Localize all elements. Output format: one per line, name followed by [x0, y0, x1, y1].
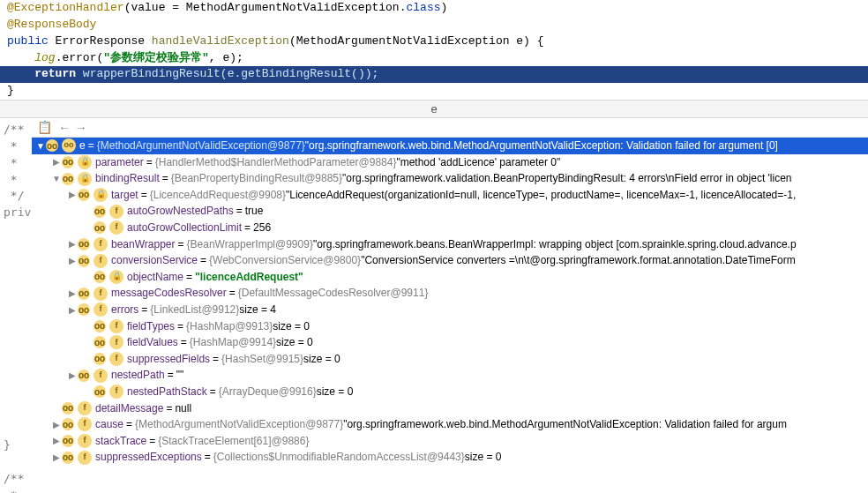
var-ref: {MethodArgumentNotValidException@9877} — [135, 416, 343, 433]
var-value: "method 'addLicence' parameter 0" — [396, 154, 560, 171]
var-name: target — [111, 187, 138, 204]
expand-arrow-icon[interactable]: ▶ — [67, 303, 78, 317]
var-value: size = 0 — [273, 318, 310, 335]
var-name: detailMessage — [95, 400, 163, 417]
code-line: public ErrorResponse handleValidExceptio… — [7, 34, 861, 50]
field-icon: f — [78, 451, 92, 465]
expand-arrow-icon[interactable]: ▶ — [67, 188, 78, 202]
tree-row[interactable]: oo🔒objectName = "licenceAddRequest" — [32, 269, 868, 286]
var-name: bindingResult — [95, 170, 160, 187]
oo-icon: oo — [78, 255, 90, 267]
tree-row[interactable]: ▶oofnestedPath = "" — [32, 367, 868, 384]
tree-row[interactable]: ooffieldValues = {HashMap@9914} size = 0 — [32, 334, 868, 351]
tree-row[interactable]: oofsuppressedFields = {HashSet@9915} siz… — [32, 351, 868, 368]
tree-row[interactable]: ▶oofsuppressedExceptions = {Collections$… — [32, 449, 868, 466]
tree-row[interactable]: ▼ooooe = {MethodArgumentNotValidExceptio… — [32, 138, 868, 154]
var-ref: {Collections$UnmodifiableRandomAccessLis… — [213, 449, 465, 466]
expand-arrow-icon[interactable]: ▶ — [67, 254, 78, 268]
oo-icon: oo — [78, 238, 90, 250]
forward-icon[interactable]: → — [77, 121, 84, 135]
clipboard-icon[interactable]: 📋 — [37, 120, 52, 135]
tree-row[interactable]: oofautoGrowCollectionLimit = 256 — [32, 220, 868, 236]
oo-icon: oo — [94, 320, 106, 332]
var-value: size = 0 — [465, 449, 502, 466]
tree-row[interactable]: ooffieldTypes = {HashMap@9913} size = 0 — [32, 318, 868, 335]
var-ref: {StackTraceElement[61]@9886} — [158, 433, 309, 450]
tree-row[interactable]: ▶oofmessageCodesResolver = {DefaultMessa… — [32, 285, 868, 302]
tree-row[interactable]: oofnestedPathStack = {ArrayDeque@9916} s… — [32, 384, 868, 400]
tree-row[interactable]: ▶oofconversionService = {WebConversionSe… — [32, 252, 868, 269]
field-icon: f — [109, 205, 123, 219]
var-value: "org.springframework.beans.BeanWrapperIm… — [313, 236, 797, 253]
var-ref: {LinkedList@9912} — [150, 302, 239, 318]
var-value: "licenceAddRequest" — [195, 269, 303, 286]
expand-arrow-icon[interactable]: ▶ — [51, 434, 62, 448]
field-icon: f — [94, 237, 108, 251]
oo-icon: oo — [94, 385, 106, 398]
code-line: } — [7, 83, 861, 100]
var-name: objectName — [127, 269, 183, 286]
oo-icon: oo — [78, 288, 90, 300]
tree-row[interactable]: ▶oofcause = {MethodArgumentNotValidExcep… — [32, 416, 868, 433]
tree-row[interactable]: ▶oofbeanWrapper = {BeanWrapperImpl@9909}… — [32, 236, 868, 253]
var-ref: {LicenceAddRequest@9908} — [150, 187, 286, 204]
oo-icon: oo — [78, 303, 90, 316]
variables-tree[interactable]: ▼ooooe = {MethodArgumentNotValidExceptio… — [32, 138, 868, 488]
oo-icon: oo — [78, 189, 90, 201]
expand-arrow-icon[interactable]: ▶ — [51, 451, 62, 465]
field-lock-icon: 🔒 — [78, 172, 92, 186]
tree-row[interactable]: ▶ooferrors = {LinkedList@9912} size = 4 — [32, 302, 868, 318]
expand-arrow-icon[interactable]: ▶ — [67, 287, 78, 301]
var-name: suppressedFields — [127, 351, 210, 368]
var-value: 256 — [253, 220, 271, 236]
var-value: size = 4 — [239, 302, 276, 318]
field-icon: f — [94, 254, 108, 268]
var-value: "ConversionService converters =\n\t@org.… — [361, 252, 796, 269]
oo-icon: oo — [46, 139, 58, 152]
expand-arrow-icon[interactable]: ▶ — [51, 155, 62, 169]
var-name: cause — [95, 416, 123, 433]
oo-icon: oo — [62, 418, 74, 430]
var-value: size = 0 — [276, 334, 313, 351]
oo-icon: oo — [62, 173, 74, 185]
field-icon: f — [109, 319, 123, 333]
tree-row[interactable]: oofdetailMessage = null — [32, 400, 868, 417]
oo-icon: oo — [78, 370, 90, 382]
expand-arrow-icon[interactable]: ▶ — [67, 369, 78, 383]
oo-icon: oo — [62, 435, 74, 447]
code-line: @ExceptionHandler(value = MethodArgument… — [7, 0, 861, 17]
field-icon: f — [78, 434, 92, 448]
tree-row[interactable]: ▶oo🔒target = {LicenceAddRequest@9908} "L… — [32, 187, 868, 204]
var-ref: {HashMap@9913} — [186, 318, 273, 335]
var-name: fieldValues — [127, 334, 178, 351]
var-value: null — [175, 400, 191, 417]
field-icon: f — [78, 417, 92, 431]
var-value: "org.springframework.web.bind.MethodArgu… — [305, 138, 778, 154]
var-ref: {HandlerMethod$HandlerMethodParameter@98… — [155, 154, 397, 171]
field-lock-icon: 🔒 — [109, 270, 123, 284]
tree-row[interactable]: ▶oofstackTrace = {StackTraceElement[61]@… — [32, 433, 868, 450]
tree-row[interactable]: oofautoGrowNestedPaths = true — [32, 203, 868, 220]
tree-row[interactable]: ▼oo🔒bindingResult = {BeanPropertyBinding… — [32, 170, 868, 187]
var-ref: {BeanWrapperImpl@9909} — [187, 236, 313, 253]
var-name: nestedPath — [111, 367, 165, 384]
back-icon[interactable]: ← — [61, 121, 68, 135]
tree-row[interactable]: ▶oo🔒parameter = {HandlerMethod$HandlerMe… — [32, 154, 868, 171]
var-value: "" — [176, 367, 184, 384]
var-name: errors — [111, 302, 138, 318]
field-lock-icon: 🔒 — [78, 155, 92, 169]
var-name: parameter — [95, 154, 144, 171]
expand-arrow-icon[interactable]: ▶ — [67, 237, 78, 251]
var-value: size = 0 — [303, 351, 340, 368]
var-ref: {HashSet@9915} — [221, 351, 303, 368]
var-name: messageCodesResolver — [111, 285, 227, 302]
var-name: beanWrapper — [111, 236, 176, 253]
code-line: @ResponseBody — [7, 17, 861, 34]
left-gutter: /** * * * */ priv } /** * — [0, 118, 32, 488]
expand-arrow-icon[interactable]: ▶ — [51, 418, 62, 432]
var-name: suppressedExceptions — [95, 449, 202, 466]
expand-arrow-icon[interactable]: ▼ — [51, 172, 62, 186]
expand-arrow-icon[interactable]: ▼ — [35, 139, 46, 153]
oo-icon: oo — [62, 452, 74, 464]
var-ref: {BeanPropertyBindingResult@9885} — [171, 170, 342, 187]
